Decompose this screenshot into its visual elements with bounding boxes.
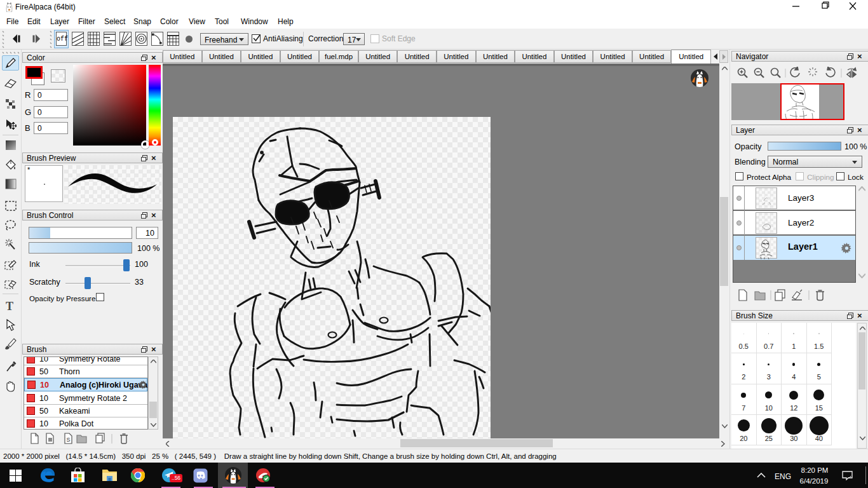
svg-text:S: S: [67, 437, 71, 443]
